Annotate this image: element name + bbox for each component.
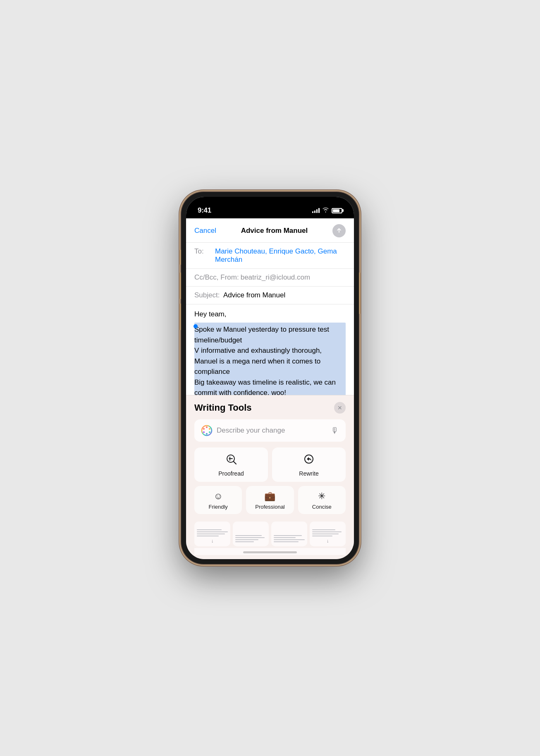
svg-point-1 — [206, 426, 208, 428]
svg-line-8 — [234, 462, 236, 464]
describe-placeholder: Describe your change — [217, 426, 327, 435]
thumb-lines-1 — [197, 529, 228, 536]
svg-point-3 — [209, 431, 210, 433]
thumb-line — [235, 535, 262, 536]
svg-point-5 — [203, 431, 205, 433]
describe-change-input[interactable]: Describe your change 🎙 — [194, 419, 346, 442]
bottom-thumbnails: ↓ — [194, 519, 346, 548]
selection-handle-icon — [194, 324, 198, 328]
subject-field-row: Subject: Advice from Manuel — [186, 287, 354, 304]
thumb-line — [197, 531, 228, 532]
recipients-field[interactable]: Marie Chouteau, Enrique Gacto, Gema Merc… — [215, 247, 346, 264]
email-body[interactable]: Hey team, Spoke w Manuel yesterday to pr… — [186, 304, 354, 395]
proofread-icon — [225, 453, 237, 468]
body-greeting: Hey team, — [194, 310, 346, 318]
thumbnail-1[interactable]: ↓ — [194, 522, 230, 546]
signal-bar-2 — [314, 211, 315, 213]
email-section: Cancel Advice from Manuel To: Marie Chou… — [186, 218, 354, 395]
rewrite-label: Rewrite — [299, 470, 318, 477]
subject-value[interactable]: Advice from Manuel — [223, 291, 285, 299]
writing-tools-title: Writing Tools — [194, 402, 252, 413]
writing-tools-header: Writing Tools ✕ — [194, 402, 346, 414]
microphone-icon[interactable]: 🎙 — [331, 426, 339, 435]
status-bar: 9:41 — [186, 197, 354, 218]
friendly-icon: ☺ — [213, 491, 222, 502]
concise-button[interactable]: ✳ Concise — [298, 486, 346, 514]
thumbnail-3[interactable] — [271, 522, 307, 546]
status-icons — [312, 207, 342, 214]
thumb-line — [235, 537, 265, 538]
thumb-line — [274, 535, 302, 536]
signal-bar-1 — [312, 211, 313, 213]
thumb-arrow-icon-4: ↓ — [327, 538, 329, 544]
signal-bars-icon — [312, 208, 320, 213]
main-tools-row: Proofread Rewrite — [194, 447, 346, 482]
signal-bar-4 — [318, 208, 320, 213]
concise-icon: ✳ — [318, 491, 325, 502]
friendly-button[interactable]: ☺ Friendly — [194, 486, 242, 514]
thumbnail-2[interactable] — [233, 522, 269, 546]
body-text: Spoke w Manuel yesterday to pressure tes… — [194, 324, 346, 395]
thumb-line — [312, 536, 332, 536]
professional-button[interactable]: 💼 Professional — [246, 486, 294, 514]
cc-field-row: Cc/Bcc, From: beatriz_ri@icloud.com — [186, 269, 354, 287]
thumb-line — [197, 529, 222, 530]
to-label: To: — [194, 247, 215, 256]
selected-text-block[interactable]: Spoke w Manuel yesterday to pressure tes… — [194, 323, 346, 395]
proofread-label: Proofread — [218, 470, 244, 477]
svg-point-2 — [209, 428, 210, 430]
apple-intelligence-icon — [201, 425, 213, 436]
phone-screen: 9:41 — [186, 197, 354, 559]
thumbnail-4[interactable]: ↓ — [310, 522, 346, 546]
thumb-line — [197, 536, 219, 536]
email-title: Advice from Manuel — [241, 227, 308, 235]
professional-label: Professional — [255, 504, 285, 510]
thumb-line — [274, 539, 305, 540]
to-field-row: To: Marie Chouteau, Enrique Gacto, Gema … — [186, 243, 354, 269]
thumb-line — [235, 541, 254, 542]
status-time: 9:41 — [198, 206, 211, 215]
email-header: Cancel Advice from Manuel — [186, 218, 354, 243]
thumb-line — [312, 531, 342, 532]
mute-button[interactable] — [179, 250, 181, 265]
svg-point-6 — [203, 428, 205, 430]
professional-icon: 💼 — [264, 491, 275, 502]
phone-wrapper: 9:41 — [181, 192, 359, 564]
cancel-button[interactable]: Cancel — [194, 227, 216, 235]
battery-icon — [332, 208, 342, 213]
thumb-line — [235, 539, 258, 540]
screen-content: 9:41 — [186, 197, 354, 559]
cc-label: Cc/Bcc, From: — [194, 273, 239, 282]
dynamic-island — [245, 202, 295, 216]
concise-label: Concise — [312, 504, 332, 510]
thumb-lines-4 — [312, 529, 343, 536]
volume-up-button[interactable] — [179, 273, 181, 299]
thumb-line — [197, 534, 225, 534]
battery-fill — [333, 209, 339, 212]
power-button[interactable] — [359, 273, 361, 314]
signal-bar-3 — [316, 209, 318, 213]
thumb-lines-2 — [235, 535, 266, 542]
thumb-arrow-icon-1: ↓ — [211, 538, 214, 544]
writing-tools-close-button[interactable]: ✕ — [334, 402, 346, 414]
thumb-line — [274, 537, 296, 538]
proofread-button[interactable]: Proofread — [194, 447, 268, 482]
thumb-line — [312, 529, 335, 530]
close-icon: ✕ — [337, 404, 342, 411]
thumb-line — [312, 534, 339, 534]
volume-down-button[interactable] — [179, 304, 181, 330]
writing-tools-panel: Writing Tools ✕ — [186, 395, 354, 559]
tone-row: ☺ Friendly 💼 Professional ✳ Concise — [194, 486, 346, 514]
rewrite-icon — [303, 453, 315, 468]
svg-point-4 — [206, 433, 208, 435]
home-bar — [243, 551, 297, 553]
from-email: beatriz_ri@icloud.com — [241, 273, 310, 282]
subject-label: Subject: — [194, 291, 223, 299]
thumb-lines-3 — [274, 535, 305, 542]
home-indicator — [194, 548, 346, 555]
send-icon — [336, 227, 342, 234]
wifi-icon — [322, 207, 329, 214]
send-button[interactable] — [332, 224, 346, 237]
rewrite-button[interactable]: Rewrite — [272, 447, 346, 482]
friendly-label: Friendly — [209, 504, 228, 510]
